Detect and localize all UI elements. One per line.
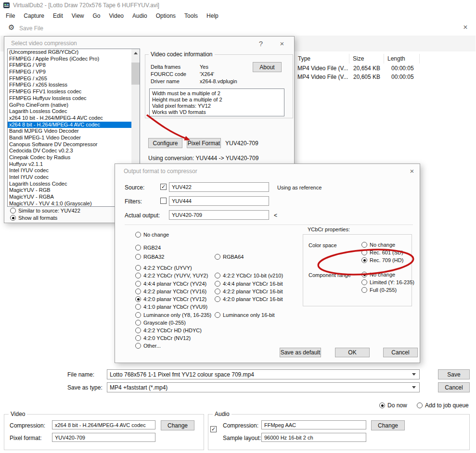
chevron-down-icon[interactable] [412, 386, 416, 389]
codec-list-item[interactable]: FFMPEG / VP8 [8, 62, 131, 69]
menu-options[interactable]: Options [152, 12, 180, 20]
audio-sample-layout-label: Sample layout: [223, 435, 261, 441]
color-space-option[interactable]: Rec. 601 (SD) [361, 250, 403, 255]
color-space-option-rec709[interactable]: Rec. 709 (HD) [361, 257, 403, 263]
radio-icon [361, 250, 367, 255]
codec-list-item[interactable]: FFMPEG / x265 lossless [8, 82, 131, 88]
virtualdub-window: VirtualDub2 - [Lotto Draw 720x576 Tape 6… [0, 0, 476, 453]
about-button[interactable]: About [253, 62, 282, 72]
codec-list-item[interactable]: Cedocida DV Codec v0.2.3 [8, 148, 131, 154]
menu-capture[interactable]: Capture [19, 12, 49, 20]
save-as-type-select[interactable]: MP4 +faststart (*.mp4) [107, 382, 420, 392]
component-range-option[interactable]: Limited (Y: 16-235) [361, 279, 414, 285]
format-option[interactable]: 4:2:2 YCbCr (UYVY) [135, 265, 192, 271]
filters-checkbox[interactable] [160, 198, 167, 204]
ok-button[interactable]: OK [335, 348, 370, 357]
show-all-formats-radio[interactable]: Show all formats [10, 215, 57, 221]
codec-list-item[interactable]: Intel IYUV codec [8, 167, 131, 174]
codec-list-item-selected[interactable]: x264 8 bit - H.264/MPEG-4 AVC codec [8, 122, 131, 128]
audio-enable-checkbox[interactable]: ✓ [210, 426, 217, 432]
format-option[interactable]: 4:2:2 YCbCr 10-bit (v210) [215, 273, 283, 278]
help-icon[interactable]: ? [256, 39, 266, 48]
codec-list-item[interactable]: FFMPEG / Apple ProRes (iCodec Pro) [8, 56, 131, 63]
format-option[interactable]: 4:2:2 planar YCbCr (YV16) [135, 289, 206, 294]
close-icon[interactable]: × [407, 167, 417, 176]
menu-tools[interactable]: Tools [180, 12, 202, 20]
codec-list-item[interactable]: Bandi MJPEG Video Decoder [8, 128, 131, 135]
filters-format-input[interactable]: YUV444 [169, 196, 269, 206]
format-option[interactable]: 4:4:4 planar YCbCr 16-bit [215, 281, 283, 287]
codec-list-item[interactable]: Bandi MPEG-1 Video Decoder [8, 135, 131, 141]
column-header-size[interactable]: Size [349, 54, 384, 63]
column-header-length[interactable]: Length [384, 54, 420, 63]
codec-list-item[interactable]: Lagarith Lossless Codec [8, 108, 131, 115]
codec-list-item[interactable]: Intel IYUV codec [8, 174, 131, 181]
source-format-input[interactable]: YUV422 [169, 182, 269, 192]
format-option[interactable]: Grayscale (0-255) [135, 320, 186, 326]
cancel-button[interactable]: Cancel [383, 348, 418, 357]
codec-list-item[interactable]: (Uncompressed RGB/YCbCr) [8, 49, 131, 56]
cancel-button[interactable]: Cancel [438, 382, 470, 392]
format-option[interactable]: 4:2:2 YCbCr (YUYV, YUY2) [135, 273, 208, 278]
do-now-radio[interactable]: Do now [379, 402, 407, 409]
format-option[interactable]: 4:1:0 planar YCbCr (YVU9) [135, 304, 207, 310]
codec-list-item[interactable]: FFMPEG / VP9 [8, 69, 131, 76]
source-checkbox[interactable]: ✓ [160, 184, 167, 190]
format-option[interactable]: 4:2:2 YCbCr HD (HDYC) [135, 327, 202, 333]
similar-to-source-radio[interactable]: Similar to source: YUV422 [10, 208, 80, 214]
window-titlebar[interactable]: VirtualDub2 - [Lotto Draw 720x576 Tape 6… [0, 0, 476, 11]
format-option[interactable]: 4:2:0 YCbCr (NV12) [135, 335, 191, 341]
file-name-input[interactable]: Lotto 768x576 1-1 Pixel fmt YV12 colour … [107, 369, 420, 379]
codec-list-item[interactable]: Cinepak Codec by Radius [8, 154, 131, 161]
column-header-type[interactable]: Type [295, 54, 349, 63]
codec-list-item[interactable]: x264 10 bit - H.264/MPEG-4 AVC codec [8, 115, 131, 122]
component-range-option[interactable]: Full (0-255) [361, 287, 397, 293]
file-row[interactable]: MP4 Video File (V... 20,605 KB 00:00:05 [295, 73, 472, 81]
menu-video[interactable]: Video [105, 12, 128, 20]
format-option-label: 4:2:2 YCbCr (YUYV, YUY2) [143, 273, 208, 278]
menu-help[interactable]: Help [202, 12, 223, 20]
format-option[interactable]: 4:2:2 planar YCbCr 16-bit [215, 289, 283, 294]
codec-list-item[interactable]: MagicYUV - YUV 4:1:0 (Grayscale) [8, 201, 131, 207]
add-to-job-queue-radio[interactable]: Add to job queue [417, 402, 469, 409]
audio-change-button[interactable]: Change [371, 420, 405, 430]
format-option[interactable]: RGBA32 [135, 254, 164, 260]
codec-list-item[interactable]: MagicYUV - RGB [8, 187, 131, 194]
format-option[interactable]: 4:2:0 planar YCbCr 16-bit [215, 296, 283, 302]
pixel-format-button[interactable]: Pixel Format [187, 138, 221, 148]
save-as-default-button[interactable]: Save as default [280, 348, 321, 357]
format-option[interactable]: No change [135, 232, 169, 238]
scroll-up-button[interactable] [131, 49, 140, 57]
codec-list-item[interactable]: FFMPEG Huffyuv lossless codec [8, 95, 131, 102]
component-range-option-label: Limited (Y: 16-235) [370, 279, 414, 285]
file-row[interactable]: MP4 Video File (V... 20,654 KB 00:00:05 [295, 64, 472, 73]
video-change-button[interactable]: Change [161, 420, 194, 430]
codec-list-item[interactable]: MagicYUV - RGBA [8, 194, 131, 201]
codec-list-item[interactable]: Lagarith Lossless Codec [8, 181, 131, 188]
close-icon[interactable]: × [460, 23, 471, 32]
scroll-thumb[interactable] [131, 63, 140, 85]
format-option-yv12[interactable]: 4:2:0 planar YCbCr (YV12) [135, 296, 206, 302]
menu-view[interactable]: View [67, 12, 89, 20]
close-icon[interactable]: × [277, 39, 287, 48]
menu-edit[interactable]: Edit [49, 12, 67, 20]
color-space-option[interactable]: No change [361, 242, 395, 248]
component-range-option[interactable]: No change [361, 272, 395, 277]
codec-list-item[interactable]: Huffyuv v2.1.1 [8, 161, 131, 168]
chevron-down-icon[interactable] [412, 373, 416, 376]
save-button[interactable]: Save [438, 369, 470, 379]
menu-audio[interactable]: Audio [128, 12, 152, 20]
format-option[interactable]: Luminance only 16-bit [215, 312, 275, 318]
codec-list-item[interactable]: Canopus Software DV Decompressor [8, 141, 131, 148]
format-option[interactable]: Luminance only (Y8, 16-235) [135, 312, 211, 318]
format-option[interactable]: RGB24 [135, 245, 161, 251]
codec-list-item[interactable]: FFMPEG FFV1 lossless codec [8, 88, 131, 95]
configure-button[interactable]: Configure [148, 138, 182, 148]
format-option[interactable]: Other... [135, 343, 161, 349]
codec-list-item[interactable]: FFMPEG / x265 [8, 76, 131, 82]
menu-go[interactable]: Go [89, 12, 105, 20]
format-option[interactable]: 4:4:4 planar YCbCr (YV24) [135, 281, 206, 287]
codec-list-item[interactable]: GoPro CineForm (native) [8, 102, 131, 109]
format-option[interactable]: RGBA64 [215, 254, 244, 260]
menu-file[interactable]: File [1, 12, 19, 20]
